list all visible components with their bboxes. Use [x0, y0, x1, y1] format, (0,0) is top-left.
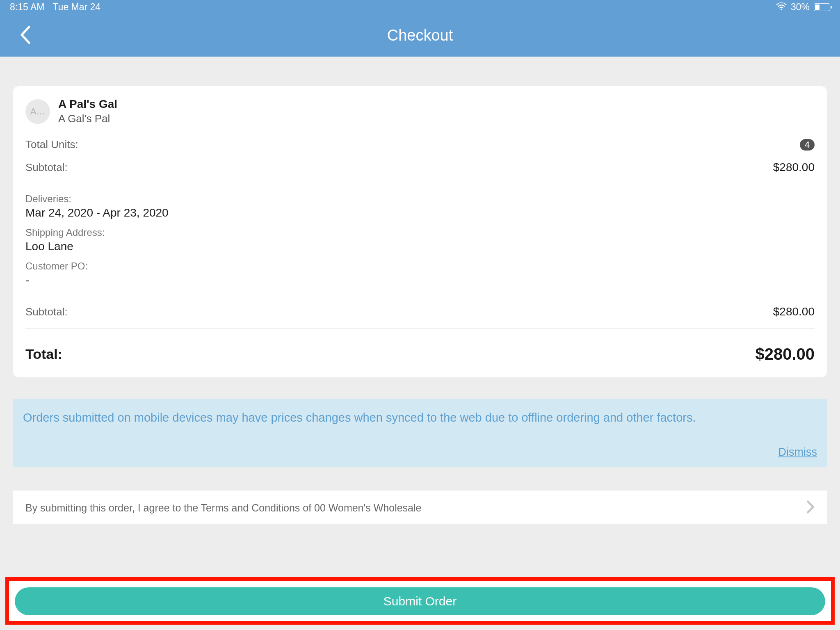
total-units-label: Total Units: [25, 138, 78, 151]
info-banner-text: Orders submitted on mobile devices may h… [23, 409, 817, 426]
subtotal-label: Subtotal: [25, 161, 68, 174]
back-button[interactable] [20, 26, 31, 46]
subtotal-label-2: Subtotal: [25, 306, 68, 318]
deliveries-value: Mar 24, 2020 - Apr 23, 2020 [25, 206, 815, 219]
total-units-badge: 4 [800, 139, 815, 151]
battery-icon [814, 3, 830, 11]
wifi-icon [776, 2, 787, 13]
shipping-address-label: Shipping Address: [25, 227, 815, 238]
total-value: $280.00 [755, 345, 815, 363]
page-title: Checkout [387, 27, 453, 44]
customer-name: A Pal's Gal [58, 98, 117, 111]
nav-bar: Checkout [0, 14, 840, 57]
checkout-card: A… A Pal's Gal A Gal's Pal Total Units: … [13, 86, 827, 377]
customer-avatar: A… [25, 99, 50, 124]
subtotal-value: $280.00 [773, 161, 815, 174]
deliveries-label: Deliveries: [25, 193, 815, 205]
shipping-address-value: Loo Lane [25, 240, 815, 253]
customer-po-label: Customer PO: [25, 260, 815, 272]
terms-row[interactable]: By submitting this order, I agree to the… [13, 491, 827, 524]
customer-po-value: - [25, 274, 815, 287]
battery-percent: 30% [791, 2, 810, 13]
dismiss-link[interactable]: Dismiss [778, 446, 817, 459]
total-label: Total: [25, 346, 62, 362]
submit-highlight: Submit Order [5, 577, 835, 625]
subtotal-value-2: $280.00 [773, 305, 815, 318]
status-date: Tue Mar 24 [52, 2, 100, 13]
status-time: 8:15 AM [10, 2, 44, 13]
submit-order-button[interactable]: Submit Order [15, 587, 825, 615]
status-bar: 8:15 AM Tue Mar 24 30% [0, 0, 840, 14]
chevron-right-icon [806, 500, 815, 516]
customer-subtitle: A Gal's Pal [58, 112, 117, 125]
info-banner: Orders submitted on mobile devices may h… [13, 399, 827, 467]
terms-text: By submitting this order, I agree to the… [25, 502, 421, 514]
